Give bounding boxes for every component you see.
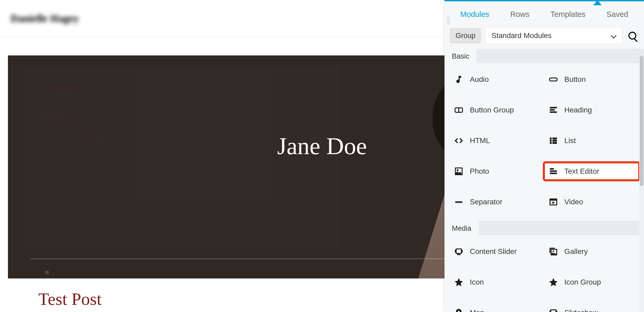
photo-icon	[454, 167, 464, 176]
video-icon	[549, 197, 558, 207]
svg-rect-23	[457, 254, 458, 255]
module-slideshow[interactable]: Slideshow	[544, 304, 639, 312]
svg-rect-14	[550, 168, 554, 169]
site-brand[interactable]: Danielle Hagey	[11, 12, 79, 25]
svg-rect-30	[556, 311, 557, 312]
svg-rect-16	[550, 173, 557, 174]
svg-rect-29	[549, 311, 550, 312]
module-gallery[interactable]: Gallery	[544, 243, 639, 260]
dropdown-label: Standard Modules	[492, 31, 552, 40]
module-label: Photo	[470, 167, 489, 176]
module-label: Content Slider	[470, 247, 517, 256]
module-map[interactable]: Map	[450, 304, 544, 312]
search-icon	[628, 32, 636, 40]
module-text-editor[interactable]: Text Editor	[544, 163, 639, 180]
map-pin-icon	[454, 308, 464, 312]
module-list[interactable]: List	[544, 132, 639, 149]
module-label: Heading	[564, 106, 592, 114]
panel-caret-icon	[593, 0, 602, 5]
svg-rect-4	[550, 109, 554, 110]
panel-scroll[interactable]: Basic Audio Button Button Group Heading …	[444, 49, 644, 312]
svg-rect-0	[549, 78, 557, 81]
content-slider-icon	[454, 247, 464, 256]
scrollbar-thumb[interactable]	[640, 55, 643, 186]
slideshow-icon	[549, 308, 558, 312]
gallery-icon	[549, 247, 558, 256]
audio-icon	[454, 75, 464, 84]
module-label: Button Group	[470, 106, 514, 114]
module-label: Video	[564, 198, 583, 206]
section-media-header: Media	[444, 221, 644, 235]
tab-modules[interactable]: Modules	[460, 10, 489, 19]
module-label: HTML	[470, 136, 490, 145]
svg-rect-15	[550, 171, 557, 172]
svg-rect-22	[462, 250, 462, 252]
chevron-down-icon	[611, 33, 617, 39]
html-icon	[454, 136, 464, 145]
module-label: Text Editor	[564, 167, 599, 176]
panel-controls: Group Standard Modules	[444, 27, 644, 49]
module-photo[interactable]: Photo	[450, 163, 544, 180]
module-heading[interactable]: Heading	[544, 102, 639, 119]
star-icon	[549, 277, 558, 287]
module-audio[interactable]: Audio	[450, 71, 544, 88]
builder-panel: Modules Rows Templates Saved Group Stand…	[444, 0, 644, 312]
svg-rect-17	[455, 202, 462, 203]
panel-drag-handle[interactable]	[447, 17, 450, 25]
svg-rect-20	[456, 249, 461, 253]
list-icon	[549, 136, 558, 145]
svg-point-13	[457, 169, 458, 171]
tab-templates[interactable]: Templates	[550, 10, 585, 19]
svg-rect-21	[455, 250, 456, 252]
svg-rect-3	[550, 107, 557, 108]
svg-rect-25	[460, 254, 460, 255]
button-icon	[549, 75, 558, 84]
module-label: Map	[470, 309, 484, 312]
star-icon	[454, 277, 464, 287]
tab-rows[interactable]: Rows	[510, 10, 530, 19]
search-button[interactable]	[626, 29, 639, 42]
module-html[interactable]: HTML	[450, 132, 544, 149]
svg-rect-7	[553, 138, 557, 139]
post-title[interactable]: Test Post	[38, 289, 101, 309]
svg-rect-28	[551, 310, 556, 312]
heading-icon	[549, 105, 558, 115]
module-label: Icon Group	[564, 278, 601, 286]
text-editor-icon	[549, 167, 558, 176]
module-label: Separator	[470, 198, 502, 206]
svg-point-27	[553, 250, 554, 252]
svg-rect-10	[550, 142, 552, 144]
module-content-slider[interactable]: Content Slider	[450, 243, 544, 260]
module-button-group[interactable]: Button Group	[450, 102, 544, 119]
panel-tabs: Modules Rows Templates Saved	[444, 1, 644, 27]
module-icon[interactable]: Icon	[450, 274, 544, 291]
separator-icon	[454, 197, 464, 207]
svg-rect-6	[550, 138, 552, 139]
svg-rect-11	[553, 142, 557, 144]
svg-rect-5	[550, 112, 557, 113]
group-toggle-button[interactable]: Group	[450, 28, 481, 44]
section-basic-label: Basic	[444, 49, 477, 63]
module-label: Button	[564, 75, 586, 84]
section-media-label: Media	[444, 221, 479, 235]
button-group-icon	[454, 105, 464, 115]
module-label: Gallery	[564, 247, 588, 256]
module-button[interactable]: Button	[544, 71, 639, 88]
svg-rect-24	[458, 254, 459, 255]
module-separator[interactable]: Separator	[450, 193, 544, 210]
module-video[interactable]: Video	[544, 193, 639, 210]
svg-rect-8	[550, 140, 552, 141]
module-label: Slideshow	[564, 309, 598, 312]
section-basic-header: Basic	[444, 49, 644, 63]
module-label: List	[564, 136, 576, 145]
svg-rect-9	[553, 140, 557, 141]
tab-saved[interactable]: Saved	[606, 10, 628, 19]
module-group-dropdown[interactable]: Standard Modules	[485, 27, 622, 44]
module-icon-group[interactable]: Icon Group	[544, 274, 639, 291]
module-label: Audio	[470, 75, 489, 84]
module-label: Icon	[470, 278, 484, 286]
svg-rect-19	[550, 199, 557, 201]
